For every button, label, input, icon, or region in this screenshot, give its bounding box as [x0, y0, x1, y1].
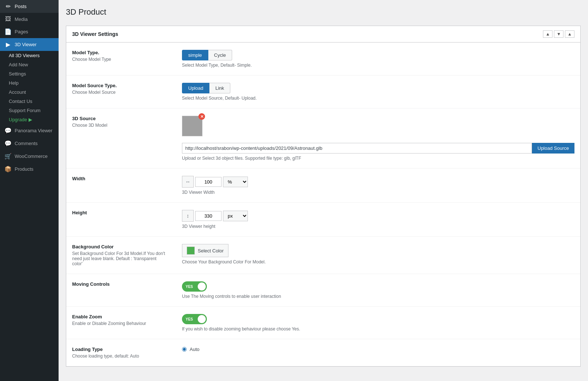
upgrade-label: Upgrade	[9, 117, 27, 122]
sidebar-item-contact-us[interactable]: Contact Us	[4, 97, 59, 106]
source-3d-help: Upload or Select 3d object files. Suppor…	[182, 156, 574, 161]
enable-zoom-toggle[interactable]: YES	[182, 314, 207, 324]
model-source-help: Select Model Source, Default- Upload.	[182, 96, 574, 101]
panorama-viewer-icon: 💬	[4, 127, 12, 134]
moving-controls-knob	[198, 282, 206, 291]
width-label: Width	[72, 176, 167, 181]
sidebar-item-upgrade[interactable]: Upgrade ▶	[4, 115, 59, 124]
height-icon: ↕	[182, 210, 194, 222]
width-dimension-row: ↔ % px	[182, 176, 574, 188]
select-color-label: Select Color	[198, 248, 224, 254]
model-type-control: simple Cycle Select Model Type, Default-…	[182, 50, 574, 68]
sidebar-item-support-forum[interactable]: Support Forum	[4, 106, 59, 115]
products-icon: 📦	[4, 166, 12, 173]
file-upload-thumbnail[interactable]: ✕	[182, 116, 202, 136]
sidebar-item-add-new[interactable]: Add New	[4, 60, 59, 69]
model-source-upload-button[interactable]: Upload	[182, 83, 209, 93]
enable-zoom-help: If you wish to disable zooming behaviour…	[182, 326, 574, 332]
help-label: Help	[9, 80, 19, 86]
model-source-label: Model Source Type.	[72, 83, 167, 88]
model-type-row: Model Type. Choose Model Type simple Cyc…	[66, 42, 580, 75]
model-source-row: Model Source Type. Choose Model Source U…	[66, 75, 580, 108]
background-color-control: Select Color Choose Your Background Colo…	[182, 244, 574, 265]
expand-button[interactable]: ▲	[565, 30, 574, 38]
sidebar-item-woocommerce[interactable]: 🛒 WooCommerce	[0, 150, 59, 163]
width-unit-select[interactable]: % px	[223, 177, 248, 187]
model-source-link-button[interactable]: Link	[209, 83, 230, 93]
settings-label: Settings	[9, 71, 26, 77]
woocommerce-icon: 🛒	[4, 153, 12, 160]
height-unit-select[interactable]: px %	[223, 211, 248, 221]
height-label: Height	[72, 210, 167, 215]
add-new-label: Add New	[9, 62, 28, 67]
moving-controls-label: Moving Controls	[72, 281, 167, 287]
sidebar-label-pages: Pages	[15, 29, 28, 34]
height-row: Height ↕ px % 3D Viewer height	[66, 203, 580, 237]
enable-zoom-row: Enable Zoom Enable or Disable Zooming Be…	[66, 307, 580, 339]
loading-type-auto-radio[interactable]	[182, 347, 187, 352]
settings-header: 3D Viewer Settings ▲ ▼ ▲	[66, 26, 580, 42]
panorama-viewer-label: Panorama Viewer	[15, 128, 52, 133]
moving-controls-control: YES Use The Moving controls to enable us…	[182, 281, 574, 299]
settings-box: 3D Viewer Settings ▲ ▼ ▲ Model Type. Cho…	[66, 26, 581, 367]
woocommerce-label: WooCommerce	[15, 153, 48, 159]
products-label: Products	[15, 166, 33, 172]
collapse-down-button[interactable]: ▼	[554, 30, 563, 38]
media-icon: 🖼	[4, 16, 12, 22]
enable-zoom-label-col: Enable Zoom Enable or Disable Zooming Be…	[72, 314, 167, 326]
moving-controls-toggle[interactable]: YES	[182, 281, 207, 292]
sidebar-label-posts: Posts	[15, 4, 27, 9]
width-help: 3D Viewer Width	[182, 190, 574, 195]
sidebar-item-account[interactable]: Account	[4, 88, 59, 97]
background-color-label-col: Background Color Set Background Color Fo…	[72, 244, 167, 266]
file-remove-button[interactable]: ✕	[198, 113, 205, 120]
sidebar-item-media[interactable]: 🖼 Media	[0, 13, 59, 25]
model-type-help: Select Model Type, Default- Simple.	[182, 63, 574, 68]
sidebar-item-settings[interactable]: Settings	[4, 69, 59, 78]
background-color-help: Choose Your Background Color For Model.	[182, 259, 574, 265]
upload-source-button[interactable]: Upload Source	[532, 143, 574, 153]
enable-zoom-yes-label: YES	[183, 317, 193, 321]
page-title: 3D Product	[66, 7, 581, 20]
comments-label: Comments	[15, 141, 38, 146]
sidebar-item-3d-viewer[interactable]: ▶ 3D Viewer	[0, 38, 59, 51]
settings-header-title: 3D Viewer Settings	[72, 31, 118, 37]
source-3d-sublabel: Choose 3D Model	[72, 123, 167, 128]
collapse-up-button[interactable]: ▲	[543, 30, 552, 38]
sidebar-item-comments[interactable]: 💬 Comments	[0, 137, 59, 150]
sidebar: ✏ Posts 🖼 Media 📄 Pages ▶ 3D Viewer All …	[0, 0, 59, 381]
height-input[interactable]	[195, 211, 222, 221]
sidebar-item-all-3d-viewers[interactable]: All 3D Viewers	[4, 51, 59, 60]
source-3d-label-col: 3D Source Choose 3D Model	[72, 116, 167, 128]
moving-controls-label-col: Moving Controls	[72, 281, 167, 288]
model-source-control: Upload Link Select Model Source, Default…	[182, 83, 574, 101]
main-content: 3D Product 3D Viewer Settings ▲ ▼ ▲ Mode…	[59, 0, 588, 381]
upgrade-arrow-icon: ▶	[29, 117, 32, 122]
model-type-simple-button[interactable]: simple	[182, 50, 208, 60]
loading-type-row: Loading Type Choose loading type, defaul…	[66, 339, 580, 366]
sidebar-item-pages[interactable]: 📄 Pages	[0, 25, 59, 38]
sidebar-item-posts[interactable]: ✏ Posts	[0, 0, 59, 13]
sidebar-label-3d-viewer: 3D Viewer	[15, 42, 37, 47]
all-3d-viewers-label: All 3D Viewers	[9, 53, 40, 58]
width-input[interactable]	[195, 177, 222, 187]
posts-icon: ✏	[4, 3, 12, 10]
source-3d-label: 3D Source	[72, 116, 167, 121]
sidebar-item-panorama-viewer[interactable]: 💬 Panorama Viewer	[0, 124, 59, 137]
source-3d-row: 3D Source Choose 3D Model ✕ Upload Sourc…	[66, 108, 580, 169]
sidebar-item-products[interactable]: 📦 Products	[0, 163, 59, 175]
model-type-cycle-button[interactable]: Cycle	[208, 50, 232, 60]
enable-zoom-knob	[198, 315, 206, 323]
file-url-input[interactable]	[182, 143, 532, 153]
settings-header-controls: ▲ ▼ ▲	[543, 30, 574, 38]
model-source-toggle-group: Upload Link	[182, 83, 574, 93]
select-color-button[interactable]: Select Color	[182, 244, 228, 257]
loading-type-auto-label: Auto	[190, 347, 200, 352]
loading-type-sublabel: Choose loading type, default: Auto	[72, 354, 167, 359]
enable-zoom-control: YES If you wish to disable zooming behav…	[182, 314, 574, 332]
sidebar-item-help[interactable]: Help	[4, 78, 59, 88]
height-dimension-row: ↕ px %	[182, 210, 574, 222]
account-label: Account	[9, 89, 26, 95]
pages-icon: 📄	[4, 28, 12, 35]
moving-controls-help: Use The Moving controls to enable user i…	[182, 294, 574, 299]
